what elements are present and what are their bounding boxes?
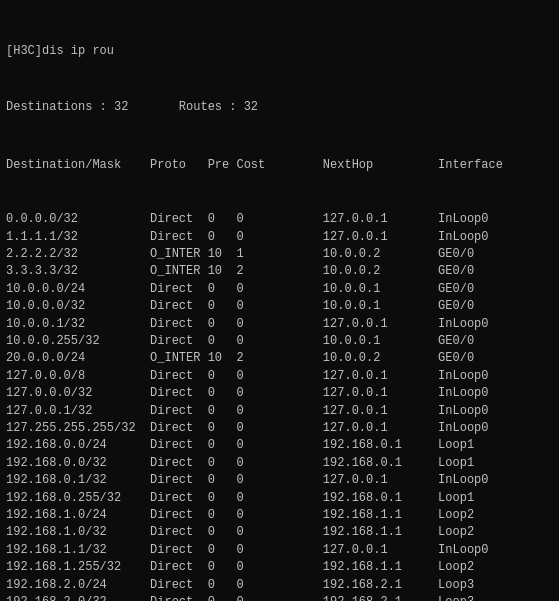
table-row: 192.168.1.255/32 Direct 0 0 192.168.1.1 … (6, 559, 553, 576)
table-row: 10.0.0.255/32 Direct 0 0 10.0.0.1 GE0/0 (6, 333, 553, 350)
table-row: 10.0.0.0/32 Direct 0 0 10.0.0.1 GE0/0 (6, 298, 553, 315)
table-row: 127.255.255.255/32 Direct 0 0 127.0.0.1 … (6, 420, 553, 437)
table-row: 1.1.1.1/32 Direct 0 0 127.0.0.1 InLoop0 (6, 229, 553, 246)
terminal-window: [H3C]dis ip rou Destinations : 32 Routes… (6, 8, 553, 601)
command-line: [H3C]dis ip rou (6, 43, 553, 60)
table-row: 192.168.1.0/24 Direct 0 0 192.168.1.1 Lo… (6, 507, 553, 524)
table-row: 192.168.1.1/32 Direct 0 0 127.0.0.1 InLo… (6, 542, 553, 559)
table-row: 192.168.0.255/32 Direct 0 0 192.168.0.1 … (6, 490, 553, 507)
table-body: 0.0.0.0/32 Direct 0 0 127.0.0.1 InLoop01… (6, 211, 553, 601)
table-row: 127.0.0.1/32 Direct 0 0 127.0.0.1 InLoop… (6, 403, 553, 420)
table-header: Destination/Mask Proto Pre Cost NextHop … (6, 157, 553, 174)
table-row: 10.0.0.1/32 Direct 0 0 127.0.0.1 InLoop0 (6, 316, 553, 333)
table-row: 0.0.0.0/32 Direct 0 0 127.0.0.1 InLoop0 (6, 211, 553, 228)
table-row: 192.168.2.0/32 Direct 0 0 192.168.2.1 Lo… (6, 594, 553, 601)
table-row: 2.2.2.2/32 O_INTER 10 1 10.0.0.2 GE0/0 (6, 246, 553, 263)
table-row: 192.168.0.1/32 Direct 0 0 127.0.0.1 InLo… (6, 472, 553, 489)
summary-line: Destinations : 32 Routes : 32 (6, 99, 553, 116)
table-row: 192.168.0.0/32 Direct 0 0 192.168.0.1 Lo… (6, 455, 553, 472)
table-row: 10.0.0.0/24 Direct 0 0 10.0.0.1 GE0/0 (6, 281, 553, 298)
table-row: 127.0.0.0/32 Direct 0 0 127.0.0.1 InLoop… (6, 385, 553, 402)
table-row: 192.168.1.0/32 Direct 0 0 192.168.1.1 Lo… (6, 524, 553, 541)
table-row: 20.0.0.0/24 O_INTER 10 2 10.0.0.2 GE0/0 (6, 350, 553, 367)
table-row: 3.3.3.3/32 O_INTER 10 2 10.0.0.2 GE0/0 (6, 263, 553, 280)
table-row: 127.0.0.0/8 Direct 0 0 127.0.0.1 InLoop0 (6, 368, 553, 385)
table-row: 192.168.0.0/24 Direct 0 0 192.168.0.1 Lo… (6, 437, 553, 454)
table-row: 192.168.2.0/24 Direct 0 0 192.168.2.1 Lo… (6, 577, 553, 594)
